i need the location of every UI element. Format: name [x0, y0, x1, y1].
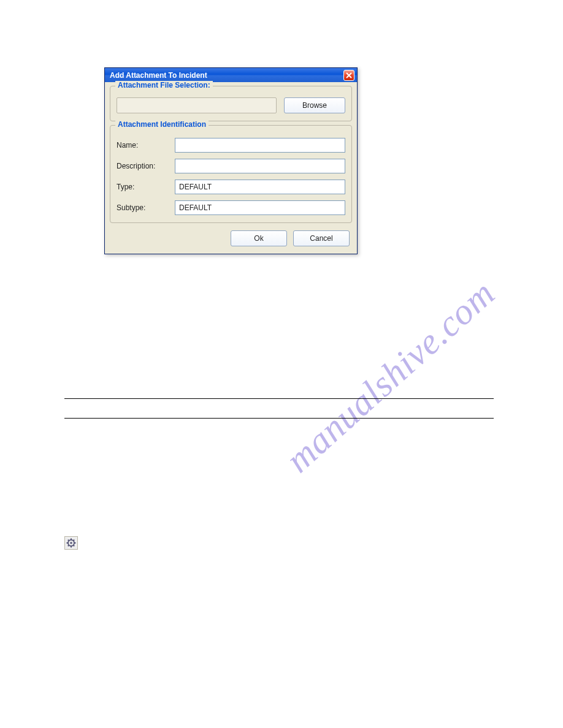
horizontal-rule-2: [64, 418, 494, 419]
svg-line-7: [74, 545, 75, 547]
name-row: Name:: [117, 138, 345, 153]
ok-button[interactable]: Ok: [231, 230, 287, 246]
identification-legend: Attachment Identification: [115, 120, 209, 129]
browse-button[interactable]: Browse: [284, 97, 345, 113]
svg-line-6: [68, 540, 69, 541]
subtype-label: Subtype:: [117, 203, 175, 212]
file-selection-fieldset: Attachment File Selection: Browse: [110, 86, 352, 121]
gear-icon: [64, 536, 78, 550]
dialog-title: Add Attachment To Incident: [110, 71, 207, 80]
watermark-text: manualshive.com: [278, 272, 504, 481]
file-selection-legend: Attachment File Selection:: [115, 81, 213, 89]
type-row: Type:: [117, 180, 345, 194]
subtype-row: Subtype:: [117, 200, 345, 215]
description-label: Description:: [117, 162, 175, 170]
file-row: Browse: [117, 93, 345, 113]
identification-fieldset: Attachment Identification Name: Descript…: [110, 125, 352, 223]
dialog-body: Attachment File Selection: Browse Attach…: [105, 82, 357, 254]
dialog-container: Add Attachment To Incident Attachment Fi…: [104, 67, 358, 254]
subtype-input[interactable]: [175, 200, 345, 215]
close-button[interactable]: [343, 70, 354, 81]
button-row: Ok Cancel: [110, 227, 352, 249]
file-path-input[interactable]: [117, 97, 277, 113]
description-row: Description:: [117, 159, 345, 173]
close-icon: [346, 72, 352, 78]
horizontal-rule-1: [64, 398, 494, 399]
type-label: Type:: [117, 183, 175, 191]
name-label: Name:: [117, 141, 175, 150]
name-input[interactable]: [175, 138, 345, 153]
svg-line-8: [74, 540, 75, 541]
titlebar[interactable]: Add Attachment To Incident: [105, 68, 357, 82]
type-input[interactable]: [175, 180, 345, 194]
description-input[interactable]: [175, 159, 345, 173]
add-attachment-dialog: Add Attachment To Incident Attachment Fi…: [104, 67, 358, 254]
svg-line-9: [68, 545, 69, 547]
cancel-button[interactable]: Cancel: [293, 230, 350, 246]
svg-point-1: [70, 542, 72, 544]
